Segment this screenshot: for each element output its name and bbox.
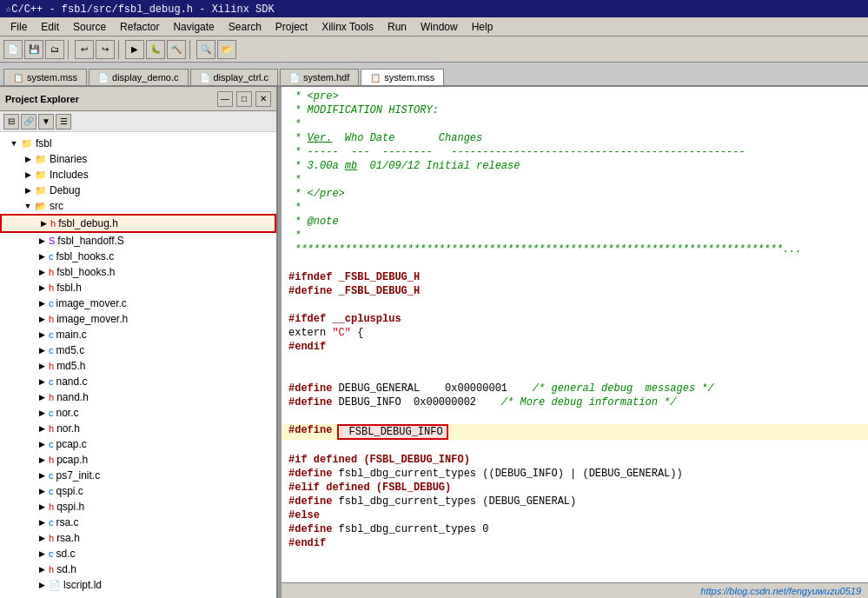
toolbar-redo[interactable]: ↪ — [96, 40, 115, 59]
code-text: fsbl_dbg_current_types ((DEBUG_INFO) | (… — [332, 468, 682, 482]
tree-item-qspi-c[interactable]: ▶ c qspi.c — [0, 483, 276, 499]
menu-help[interactable]: Help — [465, 19, 500, 35]
code-text: #define — [288, 424, 332, 440]
explorer-collapse-all[interactable]: ⊟ — [3, 114, 19, 130]
menu-run[interactable]: Run — [381, 19, 414, 35]
menu-edit[interactable]: Edit — [34, 19, 66, 35]
menu-file[interactable]: File — [3, 19, 34, 35]
toolbar-save[interactable]: 💾 — [24, 40, 43, 59]
tree-item-nor-h[interactable]: ▶ h nor.h — [0, 421, 276, 436]
tree-item-fsbl-hooks-c[interactable]: ▶ c fsbl_hooks.c — [0, 249, 276, 264]
expand-nor-h[interactable]: ▶ — [35, 422, 49, 435]
tree-item-fsbl-hooks-h[interactable]: ▶ h fsbl_hooks.h — [0, 264, 276, 280]
tree-item-sd-c[interactable]: ▶ c sd.c — [0, 546, 276, 561]
expand-debug[interactable]: ▶ — [21, 183, 35, 197]
tree-item-binaries[interactable]: ▶ 📁 Binaries — [0, 151, 276, 167]
explorer-minimize[interactable]: — — [217, 91, 233, 107]
code-editor[interactable]: * <pre> * MODIFICATION HISTORY: * * Ver.… — [282, 87, 868, 582]
explorer-close[interactable]: ✕ — [255, 91, 271, 107]
expand-fsbl-handoff-s[interactable]: ▶ — [35, 234, 49, 248]
expand-sd-h[interactable]: ▶ — [35, 562, 49, 576]
expand-includes[interactable]: ▶ — [21, 168, 35, 182]
expand-lscript-ld[interactable]: ▶ — [35, 578, 49, 592]
tree-item-image-mover-h[interactable]: ▶ h image_mover.h — [0, 311, 276, 327]
code-text: /* More debug information */ — [501, 396, 677, 410]
explorer-filter[interactable]: ▼ — [38, 114, 54, 130]
tree-item-nand-c[interactable]: ▶ c nand.c — [0, 374, 276, 389]
expand-ps7-init-c[interactable]: ▶ — [35, 468, 49, 482]
menu-project[interactable]: Project — [268, 19, 315, 35]
menu-refactor[interactable]: Refactor — [113, 19, 166, 35]
expand-fsbl-hooks-h[interactable]: ▶ — [35, 265, 49, 279]
expand-nand-h[interactable]: ▶ — [35, 390, 49, 404]
toolbar-save-all[interactable]: 🗂 — [45, 40, 64, 59]
tree-item-pcap-h[interactable]: ▶ h pcap.h — [0, 452, 276, 468]
menu-window[interactable]: Window — [414, 19, 465, 35]
toolbar-new[interactable]: 📄 — [3, 40, 23, 59]
toolbar-undo[interactable]: ↩ — [75, 40, 94, 59]
menu-xilinx-tools[interactable]: Xilinx Tools — [315, 19, 381, 35]
tree-item-qspi-h[interactable]: ▶ h qspi.h — [0, 499, 276, 515]
tree-item-fsbl[interactable]: ▼ 📁 fsbl — [0, 136, 276, 151]
tree-item-pcap-c[interactable]: ▶ c pcap.c — [0, 436, 276, 452]
expand-qspi-c[interactable]: ▶ — [35, 484, 49, 498]
explorer-menu[interactable]: ☰ — [56, 114, 71, 130]
tree-item-lscript-ld[interactable]: ▶ 📄 lscript.ld — [0, 577, 276, 593]
code-line: #elif defined (FSBL_DEBUG) — [282, 482, 868, 495]
tree-item-rsa-h[interactable]: ▶ h rsa.h — [0, 530, 276, 546]
project-tree: ▼ 📁 fsbl ▶ 📁 Binaries ▶ 📁 Includes ▶ 📁 D… — [0, 132, 276, 598]
menu-navigate[interactable]: Navigate — [166, 19, 221, 35]
expand-pcap-h[interactable]: ▶ — [35, 453, 49, 467]
expand-src[interactable]: ▼ — [21, 199, 35, 213]
expand-nor-c[interactable]: ▶ — [35, 406, 49, 420]
toolbar-open[interactable]: 📂 — [217, 40, 236, 59]
tree-item-image-mover-c[interactable]: ▶ c image_mover.c — [0, 296, 276, 311]
tab-display-demo[interactable]: 📄 display_demo.c — [89, 69, 188, 85]
tab-display-ctrl[interactable]: 📄 display_ctrl.c — [190, 69, 279, 85]
tree-item-includes[interactable]: ▶ 📁 Includes — [0, 167, 276, 183]
toolbar-search[interactable]: 🔍 — [196, 40, 215, 59]
tree-item-fsbl-debug-h[interactable]: ▶ h fsbl_debug.h — [0, 214, 276, 233]
expand-qspi-h[interactable]: ▶ — [35, 500, 49, 514]
tree-item-md5-c[interactable]: ▶ c md5.c — [0, 342, 276, 358]
menu-source[interactable]: Source — [66, 19, 113, 35]
expand-rsa-h[interactable]: ▶ — [35, 531, 49, 545]
expand-binaries[interactable]: ▶ — [21, 152, 35, 166]
expand-image-mover-c[interactable]: ▶ — [35, 296, 49, 310]
tree-item-md5-h[interactable]: ▶ h md5.h — [0, 358, 276, 374]
expand-fsbl-hooks-c[interactable]: ▶ — [35, 249, 49, 263]
expand-fsbl-debug-h[interactable]: ▶ — [36, 216, 50, 230]
tree-item-fsbl-handoff-s[interactable]: ▶ S fsbl_handoff.S — [0, 233, 276, 249]
tree-item-src[interactable]: ▼ 📂 src — [0, 198, 276, 214]
expand-md5-c[interactable]: ▶ — [35, 343, 49, 357]
tree-item-nor-c[interactable]: ▶ c nor.c — [0, 405, 276, 421]
expand-main-c[interactable]: ▶ — [35, 328, 49, 342]
tree-item-nand-h[interactable]: ▶ h nand.h — [0, 389, 276, 405]
menu-search[interactable]: Search — [222, 19, 268, 35]
expand-fsbl-h[interactable]: ▶ — [35, 281, 49, 295]
tab-system-mss-1[interactable]: 📋 system.mss — [3, 69, 87, 85]
tree-item-main-c[interactable]: ▶ c main.c — [0, 327, 276, 342]
expand-sd-c[interactable]: ▶ — [35, 547, 49, 561]
tree-item-fsbl-h[interactable]: ▶ h fsbl.h — [0, 280, 276, 296]
tab-system-mss-2[interactable]: 📋 system.mss — [361, 69, 444, 85]
toolbar-build[interactable]: 🔨 — [167, 40, 186, 59]
expand-rsa-c[interactable]: ▶ — [35, 515, 49, 529]
explorer-link-editor[interactable]: 🔗 — [21, 114, 36, 130]
tree-item-ps7-init-c[interactable]: ▶ c ps7_init.c — [0, 468, 276, 483]
tree-item-sd-h[interactable]: ▶ h sd.h — [0, 561, 276, 577]
explorer-maximize[interactable]: □ — [236, 91, 252, 107]
toolbar-debug[interactable]: 🐛 — [146, 40, 165, 59]
tab-system-hdf[interactable]: 📄 system.hdf — [280, 69, 359, 85]
tree-label-qspi-h: qspi.h — [56, 501, 84, 513]
expand-nand-c[interactable]: ▶ — [35, 375, 49, 389]
toolbar-run[interactable]: ▶ — [125, 40, 144, 59]
tree-label-nand-h: nand.h — [56, 391, 89, 403]
tree-item-debug[interactable]: ▶ 📁 Debug — [0, 183, 276, 198]
expand-md5-h[interactable]: ▶ — [35, 359, 49, 373]
expand-fsbl[interactable]: ▼ — [7, 136, 21, 150]
tree-label-fsbl-hooks-c: fsbl_hooks.c — [56, 250, 115, 262]
expand-image-mover-h[interactable]: ▶ — [35, 312, 49, 326]
expand-pcap-c[interactable]: ▶ — [35, 437, 49, 451]
tree-item-rsa-c[interactable]: ▶ c rsa.c — [0, 515, 276, 530]
